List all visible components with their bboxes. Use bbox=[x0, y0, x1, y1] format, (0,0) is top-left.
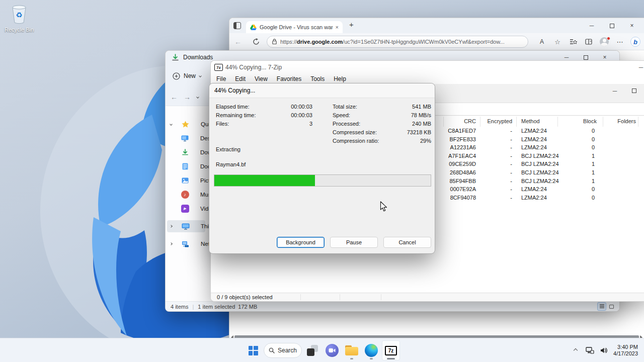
chevron-down-icon[interactable] bbox=[170, 123, 173, 126]
new-button-label: New bbox=[184, 72, 196, 79]
chevron-right-icon[interactable] bbox=[170, 225, 173, 228]
explorer-title: Downloads bbox=[183, 54, 213, 61]
recycle-bin-label: Recycle Bin bbox=[3, 27, 35, 33]
menu-edit[interactable]: Edit bbox=[230, 75, 250, 82]
browser-profile-avatar[interactable] bbox=[599, 37, 610, 46]
row-encrypted: - bbox=[481, 153, 512, 159]
browser-back-icon[interactable]: ← bbox=[234, 38, 242, 46]
browser-settings-icon[interactable]: ⋯ bbox=[614, 38, 625, 46]
browser-tab-strip: Google Drive - Virus scan warnin × + ─ × bbox=[229, 18, 644, 33]
read-aloud-icon[interactable]: A bbox=[536, 38, 547, 45]
url-scheme: https:// bbox=[280, 39, 297, 45]
stat-label: Elapsed time: bbox=[216, 104, 250, 112]
sevenzip-minimize-button[interactable]: ─ bbox=[632, 61, 644, 74]
search-label: Search bbox=[278, 347, 297, 354]
mouse-cursor bbox=[380, 201, 387, 212]
explorer-forward-icon[interactable]: → bbox=[184, 93, 191, 101]
row-encrypted: - bbox=[481, 186, 512, 192]
new-button[interactable]: New bbox=[173, 72, 201, 80]
row-method: BCJ LZMA2:24 bbox=[521, 153, 559, 159]
star-icon bbox=[181, 120, 190, 129]
refresh-icon[interactable] bbox=[253, 38, 260, 45]
stat-value: 78 MB/s bbox=[411, 112, 431, 121]
plus-circle-icon bbox=[173, 72, 180, 80]
browser-maximize-button[interactable] bbox=[602, 18, 622, 33]
pause-button[interactable]: Pause bbox=[330, 237, 378, 248]
volume-tray-icon[interactable] bbox=[599, 347, 608, 353]
row-encrypted: - bbox=[481, 161, 512, 167]
row-method: BCJ LZMA2:24 bbox=[521, 178, 559, 184]
desktop-icon bbox=[181, 134, 189, 143]
network-tray-icon[interactable] bbox=[585, 347, 594, 354]
dialog-minimize-button[interactable]: ─ bbox=[608, 83, 621, 98]
column-header-block[interactable]: Block bbox=[558, 118, 597, 124]
running-indicator bbox=[350, 358, 353, 359]
menu-favorites[interactable]: Favorites bbox=[272, 75, 306, 82]
clock-time: 3:40 PM bbox=[613, 344, 638, 350]
row-encrypted: - bbox=[481, 128, 512, 134]
task-view-icon bbox=[307, 345, 318, 356]
recycle-bin-shortcut[interactable]: ♻ Recycle Bin bbox=[3, 4, 35, 33]
search-icon bbox=[269, 347, 275, 353]
row-block: 1 bbox=[558, 178, 595, 184]
address-bar[interactable]: https://drive.google.com/uc?id=1Se0Z7tHN… bbox=[267, 36, 528, 48]
row-block: 0 bbox=[558, 128, 595, 134]
menu-help[interactable]: Help bbox=[329, 75, 351, 82]
edge-icon bbox=[365, 344, 378, 357]
taskbar-search[interactable]: Search bbox=[264, 343, 302, 358]
browser-close-button[interactable]: × bbox=[622, 18, 642, 33]
operation-label: Extracting bbox=[216, 146, 240, 152]
stat-value: 00:00:03 bbox=[291, 112, 312, 121]
stat-row: Elapsed time: 00:00:03 bbox=[216, 104, 312, 112]
recent-locations-icon[interactable] bbox=[196, 96, 199, 99]
bing-sidebar-icon[interactable]: b bbox=[630, 37, 641, 47]
menu-file[interactable]: File bbox=[212, 75, 230, 82]
browser-tab[interactable]: Google Drive - Virus scan warnin × bbox=[246, 21, 343, 33]
tab-close-icon[interactable]: × bbox=[336, 24, 339, 30]
row-block: 1 bbox=[558, 169, 595, 175]
task-view-button[interactable] bbox=[303, 340, 321, 360]
browser-minimize-button[interactable]: ─ bbox=[582, 18, 602, 33]
background-button[interactable]: Background bbox=[277, 237, 325, 248]
add-favorite-icon[interactable]: ☆ bbox=[552, 38, 563, 46]
stat-row: Processed: 240 MB bbox=[333, 121, 431, 129]
running-indicator bbox=[370, 358, 373, 359]
edge-button[interactable] bbox=[362, 340, 380, 360]
dialog-title: 44% Copying... bbox=[214, 87, 255, 94]
copy-progress-dialog: 44% Copying... ─ × Elapsed time: 00:00:0… bbox=[209, 83, 435, 254]
column-header-folders[interactable]: Folders bbox=[599, 118, 636, 124]
cancel-button[interactable]: Cancel bbox=[383, 237, 431, 248]
lock-icon bbox=[272, 39, 277, 44]
hidden-icons-chevron[interactable] bbox=[571, 349, 580, 352]
file-explorer-button[interactable] bbox=[343, 340, 361, 360]
row-block: 0 bbox=[558, 136, 595, 142]
chevron-right-icon[interactable] bbox=[170, 242, 173, 245]
large-icons-view-icon[interactable] bbox=[607, 303, 615, 310]
row-encrypted: - bbox=[481, 195, 512, 201]
selected-size: 172 MB bbox=[238, 304, 257, 310]
dialog-maximize-button[interactable] bbox=[627, 83, 640, 98]
stat-label: Speed: bbox=[333, 112, 350, 121]
sevenzip-taskbar-button[interactable]: 7z bbox=[382, 340, 400, 360]
workspaces-icon[interactable] bbox=[233, 22, 241, 29]
column-header-encrypted[interactable]: Encrypted bbox=[477, 118, 512, 124]
stat-row: Remaining time: 00:00:03 bbox=[216, 112, 312, 121]
start-button[interactable] bbox=[244, 340, 262, 360]
sevenzip-statusbar: 0 / 9 object(s) selected bbox=[211, 293, 644, 301]
taskbar-clock[interactable]: 3:40 PM 4/17/2023 bbox=[613, 344, 638, 357]
windows-logo-icon bbox=[249, 346, 258, 355]
details-view-icon[interactable] bbox=[598, 303, 606, 310]
column-header-method[interactable]: Method bbox=[521, 118, 540, 124]
row-block: 0 bbox=[558, 186, 595, 192]
teams-button[interactable] bbox=[323, 340, 341, 360]
row-encrypted: - bbox=[481, 144, 512, 150]
dialog-titlebar: 44% Copying... ─ × bbox=[209, 83, 435, 98]
collections-icon[interactable] bbox=[568, 39, 579, 45]
new-tab-button[interactable]: + bbox=[349, 20, 354, 29]
explorer-back-icon[interactable]: ← bbox=[171, 93, 178, 101]
menu-tools[interactable]: Tools bbox=[306, 75, 329, 82]
split-screen-icon[interactable] bbox=[583, 39, 594, 45]
google-drive-favicon bbox=[250, 25, 257, 30]
row-block: 1 bbox=[558, 153, 595, 159]
menu-view[interactable]: View bbox=[250, 75, 272, 82]
